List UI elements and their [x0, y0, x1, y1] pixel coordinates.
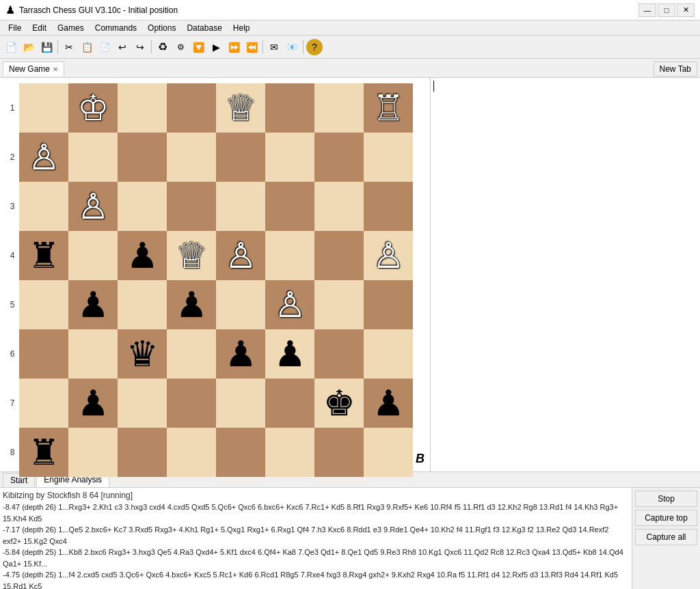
square[interactable]: [265, 379, 314, 428]
square[interactable]: [167, 133, 216, 182]
square[interactable]: [118, 83, 167, 133]
square[interactable]: [68, 133, 118, 182]
square[interactable]: [118, 428, 167, 477]
square[interactable]: ♙: [68, 182, 118, 231]
square[interactable]: ♕: [167, 231, 216, 280]
square[interactable]: ♙: [265, 280, 314, 329]
square[interactable]: [216, 182, 265, 231]
square[interactable]: [314, 231, 364, 280]
toolbar-open[interactable]: 📂: [21, 39, 37, 55]
square[interactable]: ♕: [216, 83, 265, 133]
toolbar-email2[interactable]: 📧: [284, 39, 300, 55]
square[interactable]: ♙: [364, 231, 413, 280]
square[interactable]: [118, 379, 167, 428]
toolbar-down[interactable]: 🔽: [190, 39, 206, 55]
menu-database[interactable]: Database: [181, 22, 227, 34]
square[interactable]: [167, 329, 216, 379]
toolbar-new[interactable]: 📄: [3, 39, 19, 55]
square[interactable]: [216, 133, 265, 182]
toolbar-cut[interactable]: ✂: [61, 39, 77, 55]
square[interactable]: [265, 133, 314, 182]
square[interactable]: [314, 280, 364, 329]
toolbar-email[interactable]: ✉: [266, 39, 282, 55]
toolbar-refresh[interactable]: ♻: [154, 39, 171, 55]
square[interactable]: [314, 329, 364, 379]
square[interactable]: [167, 428, 216, 477]
square[interactable]: [364, 133, 413, 182]
square[interactable]: [167, 379, 216, 428]
toolbar-engine[interactable]: ⚙: [172, 39, 189, 55]
square[interactable]: [118, 280, 167, 329]
square[interactable]: [216, 428, 265, 477]
capture-top-button[interactable]: Capture top: [635, 510, 697, 526]
square[interactable]: [118, 182, 167, 231]
toolbar-copy[interactable]: 📋: [79, 39, 95, 55]
stop-button[interactable]: Stop: [635, 491, 697, 507]
toolbar-redo[interactable]: ↪: [132, 39, 148, 55]
tab-new-game[interactable]: New Game ✕: [3, 61, 64, 76]
square[interactable]: [118, 133, 167, 182]
toolbar-play[interactable]: ▶: [208, 39, 224, 55]
square[interactable]: [364, 329, 413, 379]
close-button[interactable]: ✕: [677, 3, 695, 17]
square[interactable]: [19, 280, 68, 329]
square[interactable]: [364, 428, 413, 477]
menu-commands[interactable]: Commands: [90, 22, 142, 34]
minimize-button[interactable]: —: [638, 3, 656, 17]
square[interactable]: ♚: [314, 379, 364, 428]
square[interactable]: [314, 428, 364, 477]
square[interactable]: [265, 182, 314, 231]
square[interactable]: ♙: [216, 231, 265, 280]
square[interactable]: [364, 182, 413, 231]
square[interactable]: [314, 133, 364, 182]
tab-close-icon[interactable]: ✕: [53, 66, 58, 73]
square[interactable]: [68, 329, 118, 379]
chess-board[interactable]: ♔♕♖♙♙♜♟♕♙♙♟♟♙♛♟♟♟♚♟♜: [19, 83, 413, 477]
new-tab-button[interactable]: New Tab: [654, 61, 697, 77]
square[interactable]: [19, 329, 68, 379]
square[interactable]: [265, 83, 314, 133]
menu-games[interactable]: Games: [52, 22, 90, 34]
square[interactable]: [265, 231, 314, 280]
square[interactable]: [265, 428, 314, 477]
square[interactable]: [19, 379, 68, 428]
square[interactable]: [68, 428, 118, 477]
menu-file[interactable]: File: [3, 22, 27, 34]
square[interactable]: ♙: [19, 133, 68, 182]
menu-edit[interactable]: Edit: [27, 22, 52, 34]
toolbar-undo[interactable]: ↩: [114, 39, 131, 55]
square[interactable]: ♜: [19, 428, 68, 477]
square[interactable]: [19, 182, 68, 231]
square[interactable]: ♟: [118, 231, 167, 280]
square[interactable]: ♟: [68, 379, 118, 428]
square[interactable]: [314, 182, 364, 231]
square[interactable]: ♛: [118, 329, 167, 379]
square[interactable]: [216, 379, 265, 428]
square[interactable]: ♜: [19, 231, 68, 280]
capture-all-button[interactable]: Capture all: [635, 529, 697, 545]
square[interactable]: ♟: [265, 329, 314, 379]
toolbar-paste[interactable]: 📄: [96, 39, 113, 55]
square[interactable]: [167, 83, 216, 133]
menu-options[interactable]: Options: [142, 22, 181, 34]
square[interactable]: ♟: [167, 280, 216, 329]
square[interactable]: [68, 231, 118, 280]
square[interactable]: [19, 83, 68, 133]
square[interactable]: ♖: [364, 83, 413, 133]
white-piece: ♕: [225, 90, 257, 126]
square[interactable]: ♟: [68, 280, 118, 329]
toolbar-forward[interactable]: ⏩: [226, 39, 242, 55]
menu-help[interactable]: Help: [228, 22, 256, 34]
square[interactable]: [216, 280, 265, 329]
square[interactable]: ♟: [364, 379, 413, 428]
toolbar-help[interactable]: ?: [306, 39, 323, 55]
maximize-button[interactable]: □: [658, 3, 675, 17]
title-bar-controls[interactable]: — □ ✕: [638, 3, 695, 17]
square[interactable]: ♟: [216, 329, 265, 379]
toolbar-back[interactable]: ⏪: [243, 39, 260, 55]
square[interactable]: [314, 83, 364, 133]
square[interactable]: ♔: [68, 83, 118, 133]
toolbar-save[interactable]: 💾: [38, 39, 55, 55]
square[interactable]: [167, 182, 216, 231]
square[interactable]: [364, 280, 413, 329]
